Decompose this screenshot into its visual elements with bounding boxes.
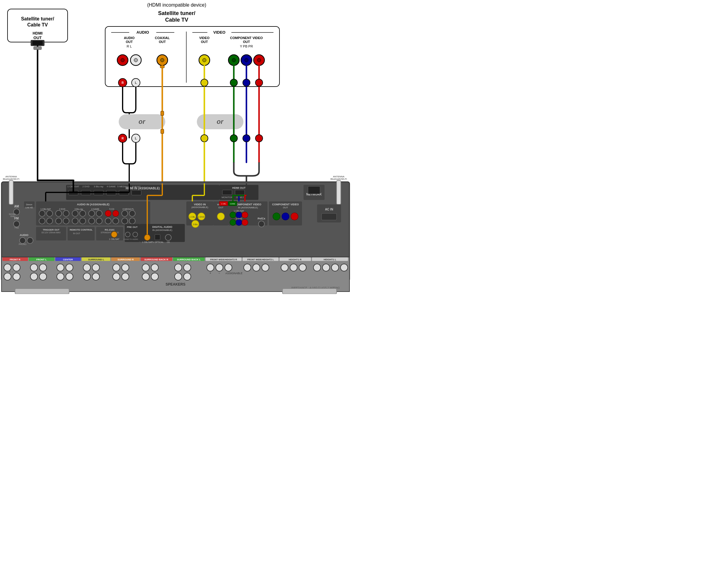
- svg-text:or: or: [217, 118, 224, 125]
- svg-point-249: [4, 273, 11, 280]
- diagram-container: Satellite tuner/ Cable TV HDMI OUT (HDMI…: [0, 0, 351, 294]
- svg-text:SPEAKERS: SPEAKERS: [165, 282, 186, 287]
- svg-text:DC12V 150mA MAX: DC12V 150mA MAX: [41, 231, 61, 233]
- svg-point-288: [314, 264, 321, 271]
- svg-rect-142: [24, 201, 34, 207]
- svg-rect-6: [32, 41, 43, 45]
- svg-text:ANTENNA: ANTENNA: [333, 175, 345, 178]
- svg-rect-239: [206, 257, 242, 261]
- svg-point-213: [27, 237, 33, 243]
- svg-rect-294: [15, 289, 69, 294]
- svg-text:Bluetooth/Wi-Fi: Bluetooth/Wi-Fi: [331, 178, 347, 180]
- svg-text:CD: CD: [167, 241, 170, 243]
- svg-point-260: [83, 264, 91, 271]
- svg-point-70: [230, 79, 237, 86]
- svg-point-119: [80, 210, 86, 216]
- svg-point-64: [201, 79, 208, 86]
- svg-point-264: [113, 264, 120, 271]
- svg-text:FRONT WIDE/HEIGHT2 R: FRONT WIDE/HEIGHT2 R: [210, 258, 237, 261]
- svg-rect-84: [94, 190, 103, 195]
- svg-point-122: [96, 210, 102, 216]
- svg-text:+ −: + −: [9, 270, 13, 274]
- svg-point-128: [129, 210, 135, 216]
- svg-text:OUT: OUT: [283, 206, 288, 209]
- svg-text:NETWORK: NETWORK: [306, 193, 322, 196]
- svg-text:IN (ASSIGNABLE): IN (ASSIGNABLE): [152, 229, 172, 231]
- svg-text:R: R: [121, 137, 124, 140]
- svg-point-250: [13, 273, 20, 280]
- svg-point-268: [142, 264, 149, 271]
- svg-text:6 MEDIA PL: 6 MEDIA PL: [123, 208, 134, 210]
- svg-text:COMPONENT VIDEO: COMPONENT VIDEO: [234, 203, 261, 206]
- svg-text:OUT: OUT: [243, 40, 250, 43]
- svg-text:SURROUND L: SURROUND L: [88, 258, 104, 261]
- svg-text:1 CBL/SAT: 1 CBL/SAT: [234, 210, 244, 212]
- svg-text:AUDIO: AUDIO: [124, 36, 135, 40]
- svg-rect-82: [81, 190, 91, 195]
- svg-point-291: [341, 264, 348, 271]
- svg-text:GND: GND: [10, 215, 15, 217]
- svg-point-287: [299, 264, 306, 271]
- svg-point-115: [55, 210, 62, 216]
- svg-text:STRAIGHT CABLE: STRAIGHT CABLE: [101, 231, 119, 233]
- svg-text:1 CBL/SAT: 1 CBL/SAT: [67, 185, 79, 188]
- svg-point-275: [184, 273, 191, 280]
- svg-text:OUT: OUT: [33, 35, 42, 40]
- svg-text:IN (ASSIGNABLE): IN (ASSIGNABLE): [238, 206, 258, 209]
- svg-text:SURROUND BACK L: SURROUND BACK L: [177, 258, 201, 261]
- svg-rect-77: [1, 182, 350, 281]
- svg-point-262: [83, 273, 91, 280]
- svg-rect-98: [304, 185, 325, 200]
- svg-text:Cable TV: Cable TV: [165, 17, 188, 23]
- svg-text:COMPONENT VIDEO: COMPONENT VIDEO: [272, 203, 299, 206]
- svg-rect-245: [312, 257, 348, 261]
- svg-point-261: [92, 264, 100, 271]
- svg-point-72: [255, 79, 263, 86]
- svg-text:1 CBL: 1 CBL: [189, 216, 195, 218]
- svg-rect-78: [66, 185, 219, 200]
- svg-rect-176: [269, 201, 302, 225]
- svg-point-271: [151, 273, 158, 280]
- svg-rect-10: [105, 26, 279, 87]
- svg-text:GAME: GAME: [230, 203, 235, 205]
- svg-point-254: [30, 273, 37, 280]
- svg-rect-295: [282, 289, 337, 294]
- svg-text:FM: FM: [14, 217, 19, 220]
- svg-point-283: [253, 264, 260, 271]
- svg-point-280: [225, 264, 232, 271]
- svg-text:4 GAME: 4 GAME: [91, 208, 100, 210]
- svg-point-130: [39, 218, 45, 224]
- svg-rect-300: [228, 201, 237, 206]
- svg-point-21: [117, 55, 128, 66]
- svg-rect-152: [186, 201, 213, 225]
- svg-rect-229: [55, 257, 81, 261]
- svg-rect-233: [111, 257, 140, 261]
- svg-rect-198: [155, 234, 160, 240]
- svg-point-73: [230, 135, 237, 142]
- svg-text:Bluetooth/Wi-Fi: Bluetooth/Wi-Fi: [3, 178, 19, 180]
- svg-text:or: or: [138, 118, 145, 125]
- svg-point-118: [72, 210, 78, 216]
- svg-text:2 DVD: 2 DVD: [59, 208, 66, 210]
- svg-rect-5: [31, 40, 44, 46]
- svg-text:AUDIO IN (ASSIGNABLE): AUDIO IN (ASSIGNABLE): [77, 203, 109, 206]
- svg-rect-58: [160, 66, 164, 68]
- svg-text:−: −: [219, 272, 220, 275]
- svg-rect-165: [228, 201, 267, 225]
- svg-point-39: [245, 58, 248, 62]
- svg-point-38: [241, 55, 252, 66]
- svg-point-124: [105, 210, 111, 216]
- svg-point-159: [192, 220, 199, 227]
- svg-text:SURROUND BACK R: SURROUND BACK R: [144, 258, 168, 261]
- svg-point-282: [244, 264, 251, 271]
- svg-text:VIDEO: VIDEO: [213, 30, 225, 34]
- svg-rect-0: [7, 9, 68, 42]
- svg-point-196: [144, 234, 150, 240]
- svg-text:HEIGHT1 R: HEIGHT1 R: [289, 258, 302, 261]
- svg-point-255: [39, 273, 46, 280]
- svg-text:REMOTE CONTROL: REMOTE CONTROL: [70, 228, 93, 231]
- svg-text:TRIGGER OUT: TRIGGER OUT: [43, 228, 60, 231]
- svg-point-28: [160, 58, 164, 62]
- svg-text:RS-232C: RS-232C: [105, 228, 115, 231]
- cables-diagram: Satellite tuner/ Cable TV HDMI OUT (HDMI…: [0, 0, 351, 294]
